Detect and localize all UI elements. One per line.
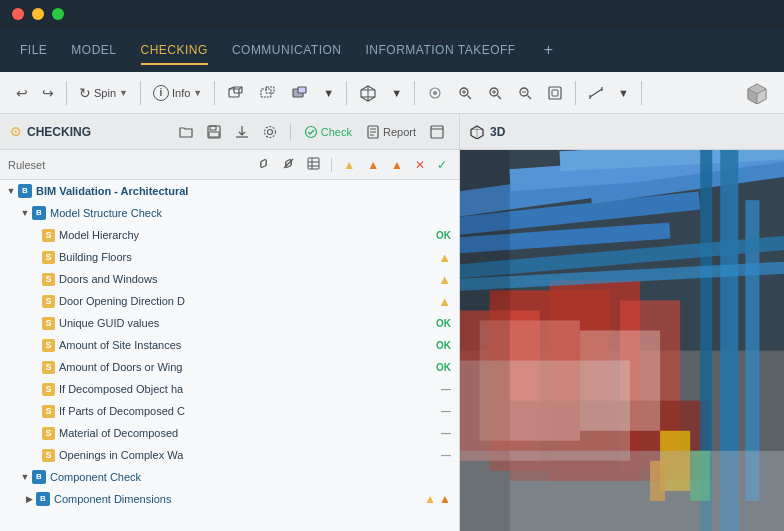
maximize-button[interactable] (52, 8, 64, 20)
info-label: Info (172, 87, 190, 99)
tree-item-material-decomposed[interactable]: S Material of Decomposed — (0, 422, 459, 444)
undo-button[interactable]: ↩ (10, 78, 34, 108)
svg-point-41 (305, 126, 316, 137)
filter-x-button[interactable]: ✕ (411, 156, 429, 174)
tree-item-model-structure[interactable]: ▼ B Model Structure Check (0, 202, 459, 224)
more-dropdown-icon: ▼ (618, 87, 629, 99)
toolbar-separator-3 (214, 81, 215, 105)
3d-model-svg (460, 150, 784, 531)
model-hierarchy-status: OK (436, 230, 451, 241)
tree-item-openings-complex[interactable]: S Openings in Complex Wa — (0, 444, 459, 466)
tree-item-unique-guid[interactable]: S Unique GUID values OK (0, 312, 459, 334)
filter-link2-button[interactable] (278, 155, 299, 175)
toolbar-separator-2 (140, 81, 141, 105)
link2-icon (282, 157, 295, 170)
zoom-out-icon (517, 85, 533, 101)
report-label: Report (383, 126, 416, 138)
toggle-model-structure[interactable]: ▼ (18, 208, 32, 218)
report-button[interactable]: Report (361, 122, 421, 142)
nav-model[interactable]: MODEL (71, 39, 116, 61)
check-run-button[interactable]: Check (299, 122, 357, 142)
svg-rect-36 (209, 132, 219, 137)
check-run-icon (304, 125, 318, 139)
bim-validation-icon: B (18, 184, 32, 198)
redo-icon: ↪ (42, 85, 54, 101)
cube-dropdown-button[interactable]: ▼ (385, 78, 408, 108)
tree-item-parts-decomposed[interactable]: S If Parts of Decomposed C — (0, 400, 459, 422)
3d-faces-button[interactable] (221, 78, 251, 108)
toggle-component-check[interactable]: ▼ (18, 472, 32, 482)
nav-communication[interactable]: COMMUNICATION (232, 39, 342, 61)
view-title: 3D (470, 125, 505, 139)
more-button[interactable]: ▼ (612, 78, 635, 108)
filter-link-button[interactable] (253, 155, 274, 175)
rule-icon-decomposed-object: S (42, 383, 55, 396)
amount-doors-status: OK (436, 362, 451, 373)
doors-windows-label: Doors and Windows (59, 273, 434, 285)
3d-solid-button[interactable] (285, 78, 315, 108)
rule-icon-model-hierarchy: S (42, 229, 55, 242)
spin-button[interactable]: ↻ Spin ▼ (73, 78, 134, 108)
tree-item-amount-doors[interactable]: S Amount of Doors or Wing OK (0, 356, 459, 378)
decomposed-object-label: If Decomposed Object ha (59, 383, 437, 395)
tree-item-bim-validation[interactable]: ▼ B BIM Validation - Architectural (0, 180, 459, 202)
filter-warn-orange2-button[interactable]: ▲ (387, 156, 407, 174)
zoom-in-icon (487, 85, 503, 101)
orientation-cube-button[interactable] (740, 78, 774, 108)
toolbar-separator-6 (575, 81, 576, 105)
unique-guid-label: Unique GUID values (59, 317, 432, 329)
toggle-component-dimensions[interactable]: ▶ (22, 494, 36, 504)
svg-point-13 (433, 91, 437, 95)
filter-warn-orange-button[interactable]: ▲ (363, 156, 383, 174)
tree-item-model-hierarchy[interactable]: S Model Hierarchy OK (0, 224, 459, 246)
filter-table-button[interactable] (303, 155, 324, 175)
component-check-icon: B (32, 470, 46, 484)
close-button[interactable] (12, 8, 24, 20)
zoom-fit-button[interactable] (541, 78, 569, 108)
view-dropdown-button[interactable]: ▼ (317, 78, 340, 108)
main-area: ⊙ CHECKING (0, 114, 784, 531)
new-folder-button[interactable] (174, 122, 198, 142)
redo-button[interactable]: ↪ (36, 78, 60, 108)
model-hierarchy-label: Model Hierarchy (59, 229, 432, 241)
toggle-bim-validation[interactable]: ▼ (4, 186, 18, 196)
info-button[interactable]: i Info ▼ (147, 78, 208, 108)
openings-complex-label: Openings in Complex Wa (59, 449, 437, 461)
spin-label: Spin (94, 87, 116, 99)
tree-item-decomposed-object[interactable]: S If Decomposed Object ha — (0, 378, 459, 400)
save-button[interactable] (202, 122, 226, 142)
3d-wire-button[interactable] (253, 78, 283, 108)
tree-item-building-floors[interactable]: S Building Floors ▲ (0, 246, 459, 268)
zoom-window-button[interactable] (451, 78, 479, 108)
settings-button[interactable] (258, 122, 282, 142)
minimize-button[interactable] (32, 8, 44, 20)
tree-list[interactable]: ▼ B BIM Validation - Architectural ▼ B M… (0, 180, 459, 531)
tree-item-amount-site[interactable]: S Amount of Site Instances OK (0, 334, 459, 356)
zoom-out-button[interactable] (511, 78, 539, 108)
rule-icon-door-opening: S (42, 295, 55, 308)
zoom-in-button[interactable] (481, 78, 509, 108)
nav-information-takeoff[interactable]: INFORMATION TAKEOFF (365, 39, 515, 61)
tree-item-door-opening[interactable]: S Door Opening Direction D ▲ (0, 290, 459, 312)
door-opening-status: ▲ (438, 294, 451, 309)
3d-viewport[interactable] (460, 150, 784, 531)
door-opening-label: Door Opening Direction D (59, 295, 434, 307)
tree-item-component-dimensions[interactable]: ▶ B Component Dimensions ▲ ▲ (0, 488, 459, 510)
filter-warn-yellow-button[interactable]: ▲ (339, 156, 359, 174)
measure-button[interactable] (582, 78, 610, 108)
nav-checking[interactable]: CHECKING (141, 39, 208, 61)
tree-item-doors-windows[interactable]: S Doors and Windows ▲ (0, 268, 459, 290)
nav-file[interactable]: FILE (20, 39, 47, 61)
filter-check-button[interactable]: ✓ (433, 156, 451, 174)
settings-icon (263, 125, 277, 139)
download-button[interactable] (230, 122, 254, 142)
cube-view-button[interactable] (353, 78, 383, 108)
model-structure-icon: B (32, 206, 46, 220)
tree-item-component-check[interactable]: ▼ B Component Check (0, 466, 459, 488)
component-dimensions-icon: B (36, 492, 50, 506)
nav-plus-button[interactable]: + (544, 41, 553, 59)
pan-button[interactable] (421, 78, 449, 108)
rule-icon-doors-windows: S (42, 273, 55, 286)
zoom-fit-icon (547, 85, 563, 101)
panel-maximize-button[interactable] (425, 122, 449, 142)
